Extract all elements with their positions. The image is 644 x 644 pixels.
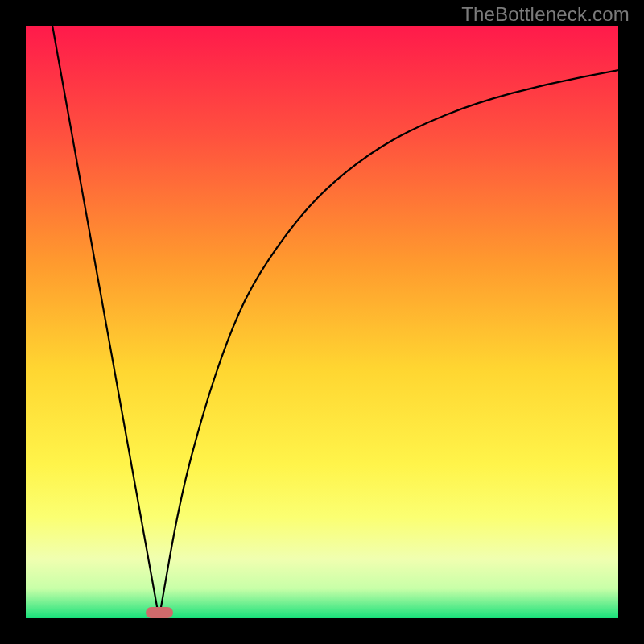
chart-frame: TheBottleneck.com [0,0,644,644]
plot-area [26,26,618,618]
left-line-path [52,26,159,618]
optimum-marker [146,607,173,618]
watermark-text: TheBottleneck.com [461,3,630,26]
curve-layer [26,26,618,618]
right-curve-path [159,70,618,618]
